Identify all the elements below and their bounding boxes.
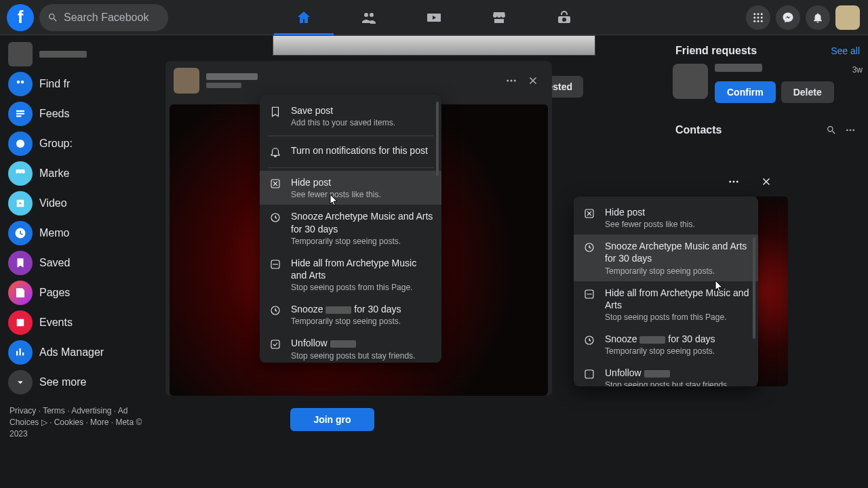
friend-request-row[interactable]: 3w Confirm Delete <box>673 64 863 103</box>
delete-button[interactable]: Delete <box>781 81 834 103</box>
sidebar-label: Marke <box>39 167 69 180</box>
sidebar-profile[interactable] <box>4 39 149 69</box>
sidebar-label: Find fr <box>39 78 70 90</box>
sidebar-label: Events <box>39 317 73 329</box>
post-context-menu: Save postAdd this to your saved items. T… <box>260 95 441 363</box>
sidebar-label: Memo <box>39 227 69 239</box>
svg-point-14 <box>511 80 513 82</box>
friend-avatar <box>673 64 708 99</box>
menu2-hide-all[interactable]: Hide all from Archetype Music and ArtsSt… <box>574 281 758 327</box>
menu2-hide-post[interactable]: Hide postSee fewer posts like this. <box>574 201 758 235</box>
svg-point-2 <box>761 13 763 15</box>
search-placeholder: Search Facebook <box>64 12 149 24</box>
confirm-button[interactable]: Confirm <box>715 81 776 103</box>
menu2-unfollow[interactable]: Unfollow Stop seeing posts but stay frie… <box>574 361 758 386</box>
svg-point-10 <box>846 129 848 131</box>
top-right <box>746 5 860 30</box>
sidebar-item-feeds[interactable]: Feeds <box>4 99 149 129</box>
cursor-icon <box>330 194 339 206</box>
cursor-icon <box>715 280 724 292</box>
sidebar-item-see-more[interactable]: See more <box>4 367 149 397</box>
post-timestamp[interactable] <box>206 83 241 88</box>
sidebar-item-pages[interactable]: Pages <box>4 278 149 308</box>
hide-icon <box>268 176 283 191</box>
nav-marketplace[interactable] <box>469 1 529 35</box>
sidebar-item-saved[interactable]: Saved <box>4 248 149 278</box>
post2-context-menu: Hide postSee fewer posts like this. Snoo… <box>574 197 758 386</box>
svg-point-5 <box>761 16 763 18</box>
sidebar-item-ads[interactable]: Ads Manager <box>4 338 149 367</box>
right-sidebar: Friend requests See all 3w Confirm Delet… <box>673 41 863 140</box>
messenger-icon[interactable] <box>776 5 800 30</box>
bookmark-icon <box>268 104 283 119</box>
svg-point-23 <box>733 181 735 183</box>
svg-rect-29 <box>585 370 593 378</box>
menu2-snooze-page[interactable]: Snooze Archetype Music and Arts for 30 d… <box>574 235 758 281</box>
clock-icon <box>268 210 283 225</box>
post-page-name[interactable] <box>206 73 258 80</box>
svg-point-11 <box>850 129 852 131</box>
sidebar-label: Feeds <box>39 108 69 120</box>
menu-notifications[interactable]: Turn on notifications for this post <box>260 139 441 165</box>
friend-time: 3w <box>715 65 863 75</box>
svg-point-3 <box>753 16 755 18</box>
menu2-scrollbar[interactable] <box>753 237 755 339</box>
menu-hide-all[interactable]: Hide all from Archetype Music and ArtsSt… <box>260 251 441 298</box>
nav-video[interactable] <box>404 1 464 35</box>
menu-unfollow[interactable]: Unfollow Stop seeing posts but stay frie… <box>260 331 441 363</box>
nav-gaming[interactable] <box>534 1 594 35</box>
bell-icon <box>268 144 283 159</box>
friend-requests-title: Friend requests <box>675 45 757 57</box>
sidebar-item-friends[interactable]: Find fr <box>4 69 149 99</box>
sidebar-item-marketplace[interactable]: Marke <box>4 159 149 188</box>
sidebar-item-video[interactable]: Video <box>4 188 149 218</box>
sidebar-item-events[interactable]: Events <box>4 308 149 338</box>
post-close-icon[interactable] <box>522 70 544 92</box>
contacts-more-icon[interactable] <box>841 121 860 140</box>
post2-header-icons <box>574 169 784 194</box>
contacts-search-icon[interactable] <box>822 121 841 140</box>
top-bar: f Search Facebook <box>0 0 868 35</box>
sidebar-label: Group: <box>39 138 73 150</box>
svg-point-0 <box>753 13 755 15</box>
menu2-snooze-user[interactable]: Snooze for 30 daysTemporarily stop seein… <box>574 327 758 361</box>
menu-snooze-page[interactable]: Snooze Archetype Music and Arts for 30 d… <box>260 205 441 251</box>
svg-point-6 <box>753 20 755 22</box>
svg-point-12 <box>852 129 854 131</box>
hide-all-icon <box>582 287 597 302</box>
search-input[interactable]: Search Facebook <box>39 4 168 31</box>
sidebar-label: Ads Manager <box>39 346 104 359</box>
clock-icon <box>582 333 597 348</box>
nav-friends[interactable] <box>339 1 399 35</box>
svg-point-1 <box>757 13 760 15</box>
menu-snooze-user[interactable]: Snooze for 30 daysTemporarily stop seein… <box>260 298 441 331</box>
join-group-button[interactable]: Join gro <box>290 408 374 431</box>
post-more-icon[interactable] <box>500 70 522 92</box>
footer-links[interactable]: Privacy · Terms · Advertising · Ad Choic… <box>4 405 149 439</box>
post-page-avatar[interactable] <box>174 68 199 94</box>
menu-save-post[interactable]: Save postAdd this to your saved items. <box>260 99 441 133</box>
sidebar-item-groups[interactable]: Group: <box>4 129 149 159</box>
facebook-logo[interactable]: f <box>7 4 34 31</box>
profile-avatar[interactable] <box>835 5 860 30</box>
nav-home[interactable] <box>274 1 334 35</box>
notifications-icon[interactable] <box>806 5 830 30</box>
unfollow-icon <box>582 367 597 382</box>
svg-point-15 <box>514 80 516 82</box>
svg-rect-20 <box>271 340 279 348</box>
svg-point-7 <box>757 20 760 22</box>
sidebar-profile-name <box>39 51 87 58</box>
sidebar-profile-avatar <box>8 42 33 66</box>
menu-hide-post[interactable]: Hide postSee fewer posts like this. <box>260 171 441 205</box>
post2-more-icon[interactable] <box>722 169 746 194</box>
menu-scrollbar[interactable] <box>436 102 439 176</box>
post2-close-icon[interactable] <box>754 169 778 194</box>
menu-grid-icon[interactable] <box>746 5 770 30</box>
clock-icon <box>582 240 597 255</box>
svg-point-22 <box>729 181 731 183</box>
nav-center <box>274 1 594 35</box>
hide-all-icon <box>268 257 283 272</box>
sidebar-item-memories[interactable]: Memo <box>4 218 149 248</box>
story-strip <box>273 35 595 56</box>
see-all-link[interactable]: See all <box>831 45 860 56</box>
